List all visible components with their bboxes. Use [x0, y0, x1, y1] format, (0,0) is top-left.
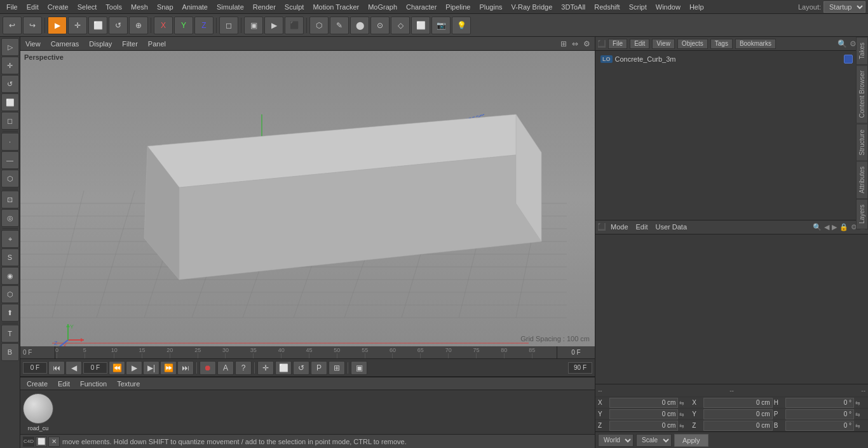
coord-h-rot-input[interactable] [785, 398, 854, 408]
scale-tool-button[interactable]: ⬜ [88, 17, 107, 34]
redo-button[interactable]: ↪ [23, 17, 42, 34]
menu-3dtoall[interactable]: 3DToAll [557, 2, 589, 12]
menu-simulate[interactable]: Simulate [213, 2, 248, 12]
obj-search-icon[interactable]: 🔍 [837, 39, 847, 48]
obj-bookmarks-menu[interactable]: Bookmarks [735, 39, 776, 49]
axis-x-button[interactable]: X [154, 17, 173, 34]
view-cube-button[interactable]: ⬡ [309, 17, 329, 34]
coord-z-pos-input[interactable] [609, 421, 678, 431]
mat-edit-menu[interactable]: Edit [55, 379, 72, 389]
lp-polygon-btn[interactable]: ⬡ [1, 170, 19, 187]
menu-snap[interactable]: Snap [153, 2, 177, 12]
vp-arrows-icon[interactable]: ⇔ [570, 39, 580, 48]
menu-script[interactable]: Script [625, 2, 651, 12]
lp-extrude-btn[interactable]: ⬆ [1, 304, 19, 322]
timeline-frame-input[interactable] [83, 362, 107, 374]
render-view-button[interactable]: ▶ [264, 17, 283, 34]
tc-keyframe-btn[interactable]: ? [235, 361, 252, 375]
lp-point-btn[interactable]: · [1, 133, 19, 151]
vp-menu-display[interactable]: Display [86, 39, 114, 49]
lp-fill-btn[interactable]: ◉ [1, 267, 19, 285]
lp-select-btn[interactable]: ▷ [1, 38, 19, 56]
menu-character[interactable]: Character [402, 2, 440, 12]
menu-tools[interactable]: Tools [102, 2, 126, 12]
lp-spline-btn[interactable]: S [1, 248, 19, 266]
loop-button[interactable]: ⊙ [370, 17, 390, 34]
coord-scale-select[interactable]: Scale [636, 434, 672, 447]
lp-snap-btn[interactable]: ⊡ [1, 191, 19, 208]
obj-file-menu[interactable]: File [608, 39, 627, 49]
menu-sculpt[interactable]: Sculpt [281, 2, 308, 12]
coord-y-pos-input[interactable] [609, 409, 678, 419]
attr-lock-icon[interactable]: 🔒 [839, 223, 848, 231]
coord-x-scale-input[interactable] [703, 398, 772, 408]
tc-preview-btn[interactable]: P [311, 361, 327, 375]
menu-mesh[interactable]: Mesh [127, 2, 152, 12]
object-item-curb[interactable]: LO Concrete_Curb_3m [598, 53, 865, 65]
material-item[interactable]: road_cu [23, 393, 53, 431]
tc-record-btn[interactable]: ⏺ [200, 361, 216, 375]
apply-button[interactable]: Apply [674, 434, 709, 447]
mat-function-menu[interactable]: Function [78, 379, 109, 389]
status-x-icon[interactable]: ✕ [48, 437, 60, 447]
move-tool-button[interactable]: ✛ [68, 17, 87, 34]
mat-create-menu[interactable]: Create [24, 379, 50, 389]
side-tab-attributes[interactable]: Attributes [856, 161, 868, 199]
coord-b-rot-input[interactable] [785, 421, 854, 431]
side-tab-layers[interactable]: Layers [856, 199, 868, 229]
vp-settings-icon[interactable]: ⚙ [581, 39, 592, 48]
vp-menu-panel[interactable]: Panel [146, 39, 168, 49]
side-tab-content-browser[interactable]: Content Browser [856, 65, 868, 123]
tc-grid-btn[interactable]: ⊞ [329, 361, 345, 375]
vp-menu-filter[interactable]: Filter [119, 39, 140, 49]
lp-brush-btn[interactable]: B [1, 343, 19, 361]
attr-user-data-menu[interactable]: User Data [653, 222, 690, 232]
menu-render[interactable]: Render [249, 2, 280, 12]
menu-edit[interactable]: Edit [23, 2, 43, 12]
menu-select[interactable]: Select [74, 2, 101, 12]
lp-texture-btn[interactable]: T [1, 325, 19, 343]
lp-edge-btn[interactable]: — [1, 151, 19, 169]
camera-button[interactable]: 📷 [431, 17, 451, 34]
lp-move-btn[interactable]: ✛ [1, 57, 19, 74]
tc-prev-start-btn[interactable]: ⏮ [48, 361, 65, 375]
pen-button[interactable]: ✎ [330, 17, 349, 34]
viewport-canvas[interactable]: X Y Z Perspective Grid Spacing : 100 cm [20, 51, 595, 346]
menu-mograph[interactable]: MoGraph [364, 2, 401, 12]
coord-y-scale-input[interactable] [703, 409, 772, 419]
lp-obj-mode-btn[interactable]: ◻ [1, 112, 19, 130]
tc-auto-key-btn[interactable]: A [217, 361, 234, 375]
obj-material-dot[interactable] [844, 55, 853, 64]
attr-back-icon[interactable]: ◀ [824, 223, 829, 231]
obj-view-menu[interactable]: View [652, 39, 675, 49]
menu-create[interactable]: Create [44, 2, 72, 12]
menu-animate[interactable]: Animate [179, 2, 212, 12]
tc-next-frame-btn[interactable]: ▶| [143, 361, 159, 375]
obj-edit-menu[interactable]: Edit [630, 39, 649, 49]
mat-texture-menu[interactable]: Texture [114, 379, 142, 389]
vp-expand-icon[interactable]: ⊞ [559, 39, 569, 48]
axis-z-button[interactable]: Z [194, 17, 214, 34]
undo-button[interactable]: ↩ [3, 17, 22, 34]
tc-end-btn[interactable]: ⏭ [177, 361, 194, 375]
attr-mode-menu[interactable]: Mode [608, 222, 631, 232]
obj-objects-menu[interactable]: Objects [677, 39, 708, 49]
menu-motion-tracker[interactable]: Motion Tracker [309, 2, 363, 12]
lp-rotate-btn[interactable]: ↺ [1, 75, 19, 93]
lp-magnet-btn[interactable]: ◎ [1, 209, 19, 227]
tc-key-sel-btn[interactable]: ⬜ [275, 361, 292, 375]
vp-menu-cameras[interactable]: Cameras [48, 39, 82, 49]
attr-forward-icon[interactable]: ▶ [832, 223, 837, 231]
tc-prev-key-btn[interactable]: ⏪ [109, 361, 125, 375]
vp-menu-view[interactable]: View [23, 39, 43, 49]
attr-search-icon[interactable]: 🔍 [813, 223, 822, 231]
lp-knife-btn[interactable]: ⌖ [1, 230, 19, 248]
status-cinema-icon[interactable]: C4D [23, 437, 34, 447]
status-square-icon[interactable]: ⬜ [36, 437, 47, 447]
coord-world-select[interactable]: World [598, 434, 634, 447]
tc-play-btn[interactable]: ▶ [126, 361, 142, 375]
menu-window[interactable]: Window [652, 2, 684, 12]
tc-scene-btn[interactable]: ▣ [351, 361, 367, 375]
light-button[interactable]: 💡 [452, 17, 471, 34]
tc-loop-btn[interactable]: ↺ [293, 361, 309, 375]
